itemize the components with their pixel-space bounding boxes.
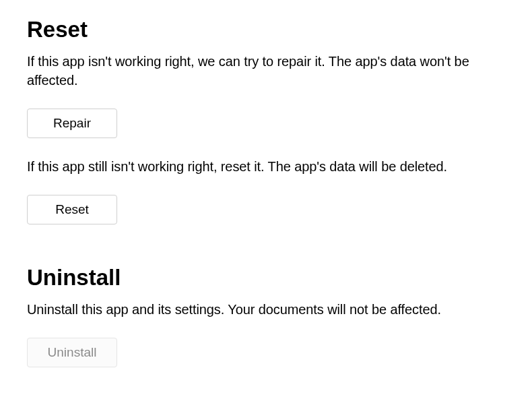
reset-description: If this app still isn't working right, r… [27, 157, 485, 176]
uninstall-button: Uninstall [27, 338, 117, 367]
uninstall-heading: Uninstall [27, 265, 505, 291]
repair-button[interactable]: Repair [27, 109, 117, 138]
repair-description: If this app isn't working right, we can … [27, 52, 485, 90]
uninstall-description: Uninstall this app and its settings. You… [27, 300, 485, 319]
reset-button[interactable]: Reset [27, 195, 117, 224]
reset-heading: Reset [27, 17, 505, 42]
reset-section: Reset If this app isn't working right, w… [27, 17, 505, 224]
uninstall-section: Uninstall Uninstall this app and its set… [27, 265, 505, 367]
